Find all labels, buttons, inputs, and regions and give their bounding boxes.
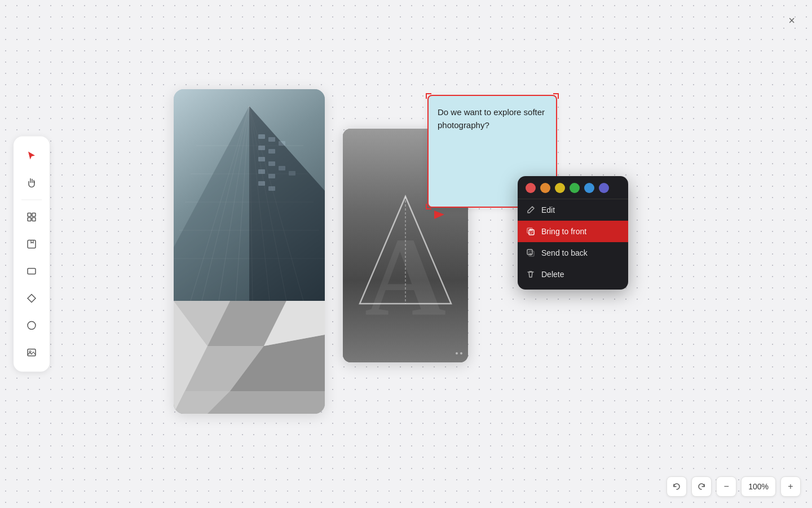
toolbar-item-circle[interactable]	[19, 313, 44, 338]
card-note-text: Do we want to explore softer photography…	[438, 106, 547, 132]
card-dot	[456, 352, 458, 354]
svg-rect-3	[32, 218, 36, 221]
building-svg	[174, 89, 325, 301]
svg-rect-55	[527, 228, 532, 233]
svg-rect-7	[28, 349, 36, 356]
toolbar-item-rectangle[interactable]	[19, 259, 44, 284]
redo-icon	[697, 482, 706, 491]
circle-icon	[27, 321, 37, 331]
redo-button[interactable]	[691, 476, 712, 497]
lowpoly-svg	[174, 301, 325, 414]
context-menu: Edit Bring to front Send t	[518, 176, 628, 290]
svg-rect-34	[258, 169, 265, 174]
zoom-in-button[interactable]: +	[780, 476, 801, 497]
svg-rect-36	[258, 181, 265, 186]
svg-rect-28	[258, 146, 265, 150]
toolbar-item-diamond[interactable]	[19, 286, 44, 311]
toolbar-item-sticky[interactable]	[19, 232, 44, 257]
rectangle-icon	[27, 266, 37, 277]
svg-rect-32	[279, 166, 285, 170]
menu-item-send-to-back[interactable]: Send to back	[518, 242, 628, 264]
close-button[interactable]: ×	[783, 11, 801, 29]
svg-rect-4	[28, 240, 36, 248]
menu-item-delete-label: Delete	[541, 270, 564, 279]
svg-point-8	[29, 351, 31, 353]
edit-icon	[526, 205, 536, 215]
svg-rect-57	[529, 251, 534, 256]
hand-icon	[27, 178, 37, 188]
color-dot-red[interactable]	[526, 183, 536, 193]
color-dot-blue[interactable]	[584, 183, 594, 193]
bottom-controls: − 100% +	[667, 476, 801, 497]
color-dot-orange[interactable]	[540, 183, 550, 193]
color-dot-green[interactable]	[570, 183, 580, 193]
toolbar-divider-1	[21, 200, 42, 200]
svg-rect-0	[28, 213, 31, 217]
selection-corner-bl	[426, 204, 431, 209]
frames-icon	[27, 212, 37, 222]
zoom-level-display: 100%	[741, 476, 776, 497]
card-dot	[460, 352, 462, 354]
svg-rect-5	[28, 269, 36, 274]
delete-icon	[526, 269, 536, 279]
svg-rect-2	[28, 218, 31, 221]
menu-item-edit-label: Edit	[541, 205, 555, 214]
svg-rect-30	[258, 157, 265, 161]
card-building[interactable]	[174, 89, 325, 414]
toolbar-item-hand[interactable]	[19, 170, 44, 195]
zoom-out-button[interactable]: −	[716, 476, 736, 497]
color-dot-purple[interactable]	[599, 183, 609, 193]
svg-rect-35	[268, 174, 275, 178]
menu-item-bring-to-front[interactable]: Bring to front	[518, 221, 628, 242]
color-dots-row	[518, 183, 628, 199]
toolbar-item-frames[interactable]	[19, 205, 44, 230]
svg-rect-25	[258, 134, 265, 139]
menu-item-delete[interactable]: Delete	[518, 264, 628, 285]
svg-rect-1	[32, 213, 36, 217]
left-toolbar	[14, 137, 50, 372]
color-dot-yellow[interactable]	[555, 183, 565, 193]
svg-rect-33	[289, 171, 295, 176]
zoom-level-text: 100%	[748, 482, 769, 491]
diamond-icon	[27, 294, 37, 304]
svg-rect-37	[268, 186, 275, 191]
svg-rect-31	[268, 161, 275, 166]
card-building-image	[174, 89, 325, 301]
menu-item-edit[interactable]: Edit	[518, 199, 628, 221]
undo-button[interactable]	[667, 476, 687, 497]
send-to-back-icon	[526, 248, 536, 258]
selection-corner-tr	[553, 93, 559, 99]
toolbar-item-select[interactable]	[19, 143, 44, 168]
selection-corner-tl	[426, 93, 431, 99]
select-icon	[27, 151, 37, 161]
canvas-area[interactable]: A Do we want to explore softer photograp…	[0, 0, 812, 508]
svg-rect-27	[279, 141, 285, 146]
toolbar-item-image[interactable]	[19, 340, 44, 365]
card-prism-dots-bottom	[456, 352, 462, 354]
bring-to-front-icon	[526, 226, 536, 237]
sticky-icon	[27, 239, 37, 249]
undo-icon	[672, 482, 681, 491]
card-building-bottom	[174, 301, 325, 414]
svg-point-6	[28, 322, 36, 330]
svg-rect-26	[268, 137, 275, 142]
svg-rect-29	[268, 149, 275, 154]
menu-item-send-to-back-label: Send to back	[541, 248, 588, 257]
menu-item-bring-to-front-label: Bring to front	[541, 227, 586, 236]
image-icon	[27, 348, 37, 358]
